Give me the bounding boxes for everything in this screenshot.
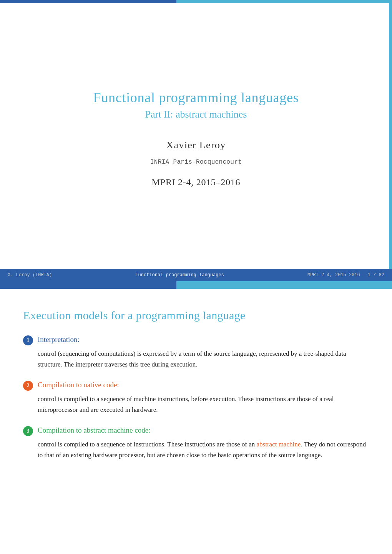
slide-1-content: Functional programming languages Part II… [93,90,299,187]
date: MPRI 2-4, 2015–2016 [93,177,299,187]
sub-title: Part II: abstract machines [93,109,299,120]
right-bar-decoration [389,0,392,269]
divider-left [0,281,176,286]
slide-1: Functional programming languages Part II… [0,0,392,269]
top-bar-decoration [0,0,392,3]
institution: INRIA Paris-Rocquencourt [93,159,299,166]
bullet-text-2: control is compiled to a sequence of mac… [38,394,369,415]
bullet-label-3: Compilation to abstract machine code: [38,426,150,435]
bullet-item-2: 2 Compilation to native code: control is… [23,381,369,415]
bullet-number-2: 2 [23,381,33,391]
footer-date-1: MPRI 2-4, 2015–2016 [307,272,360,278]
slide-2-top-bar [0,286,392,289]
footer-author-1: X. Leroy (INRIA) [8,272,52,278]
author-name: Xavier Leroy [93,139,299,151]
bullet-item-3: 3 Compilation to abstract machine code: … [23,426,369,461]
bullet-header-1: 1 Interpretation: [23,335,369,345]
bullet-number-1: 1 [23,335,33,345]
top-bar-left [0,0,176,3]
slide-2-bar-left [0,286,176,289]
divider-right [176,281,392,286]
bullet-text-3: control is compiled to a sequence of ins… [38,439,369,461]
slide-2-bar-right [176,286,392,289]
main-title: Functional programming languages [93,90,299,106]
top-bar-right [176,0,392,3]
inter-slide-divider [0,281,392,286]
slide-2: Execution models for a programming langu… [0,286,392,554]
slide-2-title: Execution models for a programming langu… [23,309,369,322]
bullet-number-3: 3 [23,426,33,436]
footer-title-1: Functional programming languages [135,272,224,278]
footer-page-1: 1 / 82 [368,272,384,278]
bullet-item-1: 1 Interpretation: control (sequencing of… [23,335,369,370]
bullet-header-3: 3 Compilation to abstract machine code: [23,426,369,436]
slide-1-footer: X. Leroy (INRIA) Functional programming … [0,269,392,281]
footer-meta-1: MPRI 2-4, 2015–2016 1 / 82 [307,272,384,278]
bullet-header-2: 2 Compilation to native code: [23,381,369,391]
highlight-abstract-machine: abstract machine [257,441,301,448]
bullet-label-1: Interpretation: [38,335,80,344]
bullet-label-2: Compilation to native code: [38,381,119,389]
bullet-text-1: control (sequencing of computations) is … [38,348,369,370]
